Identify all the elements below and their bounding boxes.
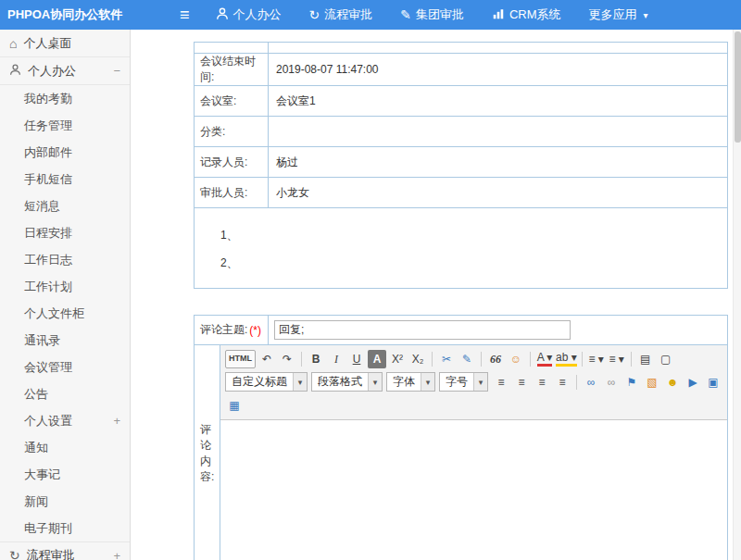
sidebar-item-filecabinet[interactable]: 个人文件柜 (0, 300, 130, 327)
sidebar-section-label: 流程审批 (27, 547, 75, 560)
image-button[interactable]: ▧ (643, 373, 661, 392)
collapse-icon[interactable]: − (113, 64, 120, 78)
editor-content-area[interactable] (220, 420, 727, 560)
bold-button[interactable]: B (307, 350, 325, 368)
toolbar-separator[interactable] (432, 352, 433, 367)
new-document-button[interactable]: ▢ (657, 350, 675, 368)
sidebar-item-mail[interactable]: 内部邮件 (0, 139, 130, 166)
link-button[interactable]: ∞ (582, 373, 600, 392)
text-color-button[interactable]: A ▾ (535, 350, 554, 368)
source-code-button[interactable]: HTML (225, 350, 256, 368)
custom-heading-select[interactable]: 自定义标题 ▾ (225, 372, 308, 392)
attachment-button[interactable]: ▣ (704, 373, 722, 392)
superscript-button[interactable]: X² (388, 350, 407, 368)
sidebar-item-events[interactable]: 大事记 (0, 461, 130, 488)
paste-button[interactable]: ▤ (636, 350, 655, 368)
insert-table-button[interactable]: ▦ (225, 396, 244, 415)
main-content: 会议结束时间: 2019-08-07 11:47:00 会议室: 会议室1 分类… (131, 30, 741, 560)
sidebar-item-attendance[interactable]: 我的考勤 (0, 85, 130, 112)
rich-text-editor: HTML↶↷BIUAX²X₂✂✎66☺A ▾ab ▾≡ ▾≡ ▾▤▢ 自定义标题… (220, 345, 727, 560)
sidebar-item-workplan[interactable]: 工作计划 (0, 273, 130, 300)
sidebar-section-process-approval[interactable]: ↻ 流程审批 + (0, 541, 130, 560)
format-painter-button[interactable]: ✎ (458, 350, 476, 368)
sidebar-menu: 我的考勤 任务管理 内部邮件 手机短信 短消息 日程安排 (0, 85, 130, 541)
field-value (269, 117, 727, 146)
ordered-list-button[interactable]: ≡ ▾ (587, 350, 606, 368)
sidebar-item-tasks[interactable]: 任务管理 (0, 112, 130, 139)
editor-row2-icons: ≡≡≡≡∞∞⚑▧☻▶▣ (491, 372, 723, 392)
eraser-button[interactable]: ✂ (437, 350, 456, 368)
sidebar-section-personal-office[interactable]: 个人办公 − (0, 57, 130, 85)
field-label: 分类: (195, 117, 269, 146)
nav-item-process-approval[interactable]: ↻ 流程审批 (309, 6, 373, 23)
bullet-list-button[interactable]: ≡ ▾ (608, 350, 626, 368)
toolbar-separator[interactable] (631, 352, 632, 367)
expand-icon[interactable]: + (113, 414, 120, 428)
sidebar-item-label: 任务管理 (24, 118, 72, 134)
field-label (195, 43, 269, 53)
dropdown-label: 字号 (440, 374, 473, 390)
expand-icon[interactable]: + (113, 549, 120, 560)
toolbar-separator[interactable] (576, 375, 577, 390)
sidebar-item-journal[interactable]: 电子期刊 (0, 515, 130, 541)
content-line: 1、 (220, 221, 727, 249)
sidebar-item-announcements[interactable]: 公告 (0, 380, 130, 407)
sidebar-item-news[interactable]: 新闻 (0, 488, 130, 515)
anchor-button[interactable]: ⚑ (622, 373, 641, 392)
field-value: 会议室1 (269, 86, 727, 116)
sidebar-item-label: 日程安排 (24, 225, 72, 242)
toolbar-separator[interactable] (301, 352, 302, 367)
nav-label: 集团审批 (416, 6, 464, 23)
nav-label: CRM系统 (509, 6, 561, 23)
sidebar-item-label: 电子期刊 (24, 520, 72, 537)
sidebar-item-sms[interactable]: 手机短信 (0, 166, 130, 193)
emoticon-button[interactable]: ☺ (507, 350, 525, 368)
align-center-button[interactable]: ≡ (512, 373, 531, 392)
align-right-button[interactable]: ≡ (533, 373, 551, 392)
nav-item-more-apps[interactable]: 更多应用 ▾ (589, 6, 648, 23)
underline-button[interactable]: U (347, 350, 366, 368)
nav-item-personal-office[interactable]: 个人办公 (216, 6, 282, 23)
comment-subject-input[interactable] (274, 320, 571, 340)
sidebar-item-meetings[interactable]: 会议管理 (0, 354, 130, 380)
sidebar-item-label: 短消息 (24, 198, 60, 215)
sidebar-item-settings[interactable]: 个人设置 + (0, 407, 130, 434)
sidebar-item-notices[interactable]: 通知 (0, 434, 130, 461)
editor-dropdowns: 自定义标题 ▾ 段落格式 ▾ 字体 ▾ (224, 371, 491, 392)
undo-button[interactable]: ↶ (257, 350, 276, 368)
paragraph-format-select[interactable]: 段落格式 ▾ (311, 372, 383, 392)
redo-button[interactable]: ↷ (278, 350, 296, 368)
toolbar-separator[interactable] (530, 352, 531, 367)
italic-button[interactable]: I (327, 350, 345, 368)
media-button[interactable]: ▶ (684, 373, 702, 392)
subscript-button[interactable]: X₂ (408, 350, 427, 368)
sidebar-item-schedule[interactable]: 日程安排 (0, 219, 130, 246)
dropdown-label: 字体 (387, 374, 421, 390)
blockquote-button[interactable]: 66 (486, 350, 505, 368)
sidebar-section-label: 个人办公 (28, 63, 76, 80)
unlink-button[interactable]: ∞ (602, 373, 621, 392)
font-size-select[interactable]: 字号 ▾ (439, 372, 488, 392)
remove-format-button[interactable]: A (368, 350, 386, 368)
align-left-button[interactable]: ≡ (492, 373, 510, 392)
scrollbar-thumb[interactable] (735, 31, 741, 143)
field-value: 2019-08-07 11:47:00 (269, 54, 727, 85)
toolbar-separator[interactable] (481, 352, 482, 367)
sidebar-item-messages[interactable]: 短消息 (0, 193, 130, 219)
sidebar-item-worklog[interactable]: 工作日志 (0, 246, 130, 273)
font-family-select[interactable]: 字体 ▾ (386, 372, 435, 392)
sidebar-item-label: 手机短信 (24, 171, 72, 188)
emoji-button[interactable]: ☻ (663, 373, 682, 392)
vertical-scrollbar[interactable] (733, 30, 741, 560)
highlight-color-button[interactable]: ab ▾ (556, 350, 577, 368)
sidebar-item-label: 大事记 (24, 467, 60, 483)
sidebar-item-contacts[interactable]: 通讯录 (0, 327, 130, 354)
table-row: 审批人员: 小龙女 (195, 178, 727, 208)
nav-item-group-approval[interactable]: ✎ 集团审批 (400, 6, 464, 23)
hamburger-menu-icon[interactable]: ≡ (180, 6, 190, 23)
caret-down-icon: ▾ (473, 373, 487, 391)
sidebar-item-desktop[interactable]: ⌂ 个人桌面 (0, 30, 130, 57)
toolbar-separator[interactable] (582, 352, 583, 367)
align-justify-button[interactable]: ≡ (553, 373, 571, 392)
nav-item-crm[interactable]: CRM系统 (492, 6, 561, 23)
